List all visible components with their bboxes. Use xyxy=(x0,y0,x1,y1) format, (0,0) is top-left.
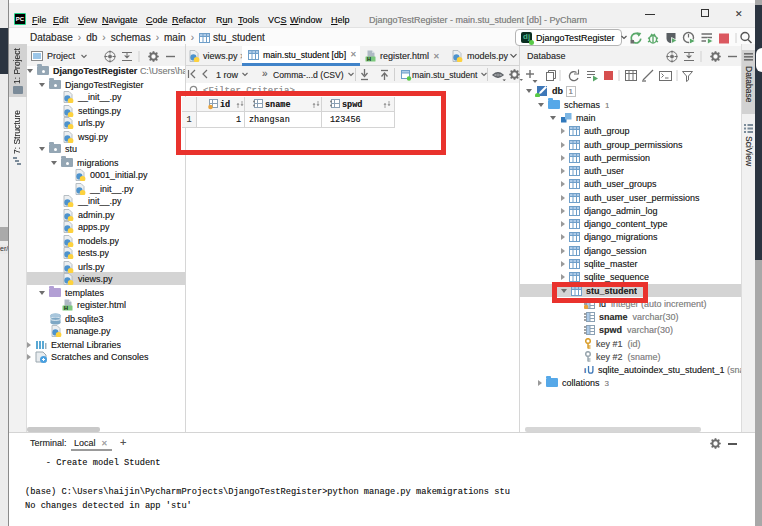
svg-text:i: i xyxy=(584,366,586,375)
svg-text:H: H xyxy=(367,56,371,62)
svg-text:H: H xyxy=(64,304,68,310)
